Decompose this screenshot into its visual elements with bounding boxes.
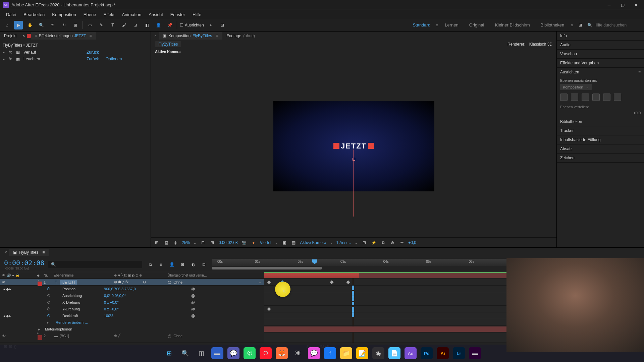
expand-icon[interactable]: ▸ bbox=[3, 50, 6, 55]
pixel-aspect-icon[interactable]: ⊡ bbox=[361, 240, 367, 245]
app-icon[interactable]: ⌘ bbox=[292, 347, 304, 359]
help-search[interactable]: 🔍 bbox=[587, 23, 641, 27]
search-icon[interactable]: 🔍 bbox=[179, 347, 191, 359]
eye-icon[interactable]: 👁 bbox=[2, 334, 6, 338]
effect-toggle-icon[interactable]: ▦ bbox=[16, 57, 21, 61]
windows-start-icon[interactable]: ⊞ bbox=[163, 347, 175, 359]
channel-icon[interactable]: ● bbox=[251, 240, 257, 245]
libraries-panel-header[interactable]: Bibliotheken bbox=[557, 117, 644, 126]
snap-option[interactable]: ⌖ bbox=[207, 21, 215, 29]
prop-value[interactable]: 0,0°,0,0°,0,0° bbox=[104, 294, 191, 298]
renderer-info[interactable]: Renderer: Klassisch 3D bbox=[505, 42, 552, 47]
expression-link-icon[interactable]: @ bbox=[191, 307, 198, 311]
flowchart-icon[interactable]: ⊛ bbox=[389, 240, 395, 245]
camera-dropdown-icon[interactable]: ⌄ bbox=[330, 240, 333, 245]
roi-icon[interactable]: ▣ bbox=[281, 240, 287, 245]
add-kf-icon[interactable]: ◆ bbox=[6, 287, 9, 291]
project-tab[interactable]: Projekt bbox=[0, 32, 20, 40]
expression-link-icon[interactable]: @ bbox=[191, 300, 198, 304]
switch-icon[interactable]: ⊛ bbox=[114, 334, 117, 338]
align-center-v-icon[interactable] bbox=[603, 94, 610, 101]
switch-icon[interactable]: ✱ bbox=[118, 280, 121, 284]
menu-hilfe[interactable]: Hilfe bbox=[189, 11, 205, 18]
effects-panel-header[interactable]: Effekte und Vorgaben bbox=[557, 59, 644, 67]
align-panel-header[interactable]: Ausrichten ≡ bbox=[557, 68, 644, 76]
layer-1[interactable]: 👁 ⌄ 1 T [JETZT] ⊛ ✱ ╱ fx ⊙ @ Ohne ⌄ bbox=[0, 279, 264, 286]
prop-value[interactable]: 0 x +0,0° bbox=[104, 300, 191, 304]
viewer-close-icon[interactable]: × bbox=[152, 34, 159, 38]
premiere-icon[interactable]: ▬ bbox=[469, 347, 481, 359]
menu-komposition[interactable]: Komposition bbox=[49, 11, 79, 18]
grid-toggle-icon[interactable]: ⊞ bbox=[209, 240, 215, 245]
transparency-icon[interactable]: ▦ bbox=[291, 240, 297, 245]
resolution-icon[interactable]: ⊡ bbox=[200, 240, 206, 245]
dropdown-icon[interactable]: ⌄ bbox=[258, 280, 261, 284]
pickwhip-icon[interactable]: @ bbox=[168, 280, 171, 284]
effect-reset-link[interactable]: Zurück bbox=[87, 57, 99, 61]
teams-icon[interactable]: 💬 bbox=[227, 347, 239, 359]
menu-datei[interactable]: Datei bbox=[3, 11, 19, 18]
frameblend-button[interactable]: ⊞ bbox=[178, 260, 186, 268]
fx-icon[interactable]: fx bbox=[9, 57, 13, 61]
layer-name[interactable]: [BG1] bbox=[60, 334, 69, 338]
nr-column-header[interactable]: Nr. bbox=[44, 274, 54, 277]
obs-icon[interactable]: ◉ bbox=[372, 347, 384, 359]
exposure-value[interactable]: +0,0 bbox=[408, 240, 416, 245]
align-center-h-icon[interactable] bbox=[571, 94, 578, 101]
motionblur-button[interactable]: ◐ bbox=[189, 260, 197, 268]
draft3d-button[interactable]: ⧈ bbox=[157, 260, 165, 268]
layer-name[interactable]: [JETZT] bbox=[60, 280, 77, 285]
effect-reset-link[interactable]: Zurück bbox=[87, 50, 99, 55]
pen-tool[interactable]: ✎ bbox=[97, 21, 106, 29]
rotate-tool[interactable]: ↻ bbox=[60, 21, 68, 29]
timeline-close-icon[interactable]: × bbox=[3, 250, 9, 255]
workspace-original[interactable]: Original bbox=[465, 21, 488, 29]
snapshot-icon[interactable]: 📷 bbox=[241, 240, 247, 245]
illustrator-icon[interactable]: Ai bbox=[437, 347, 449, 359]
workarea-bar[interactable] bbox=[212, 267, 322, 269]
fx-switch-icon[interactable]: fx bbox=[125, 280, 128, 284]
expression-link-icon[interactable]: @ bbox=[191, 294, 198, 298]
workspace-kleiner[interactable]: Kleiner Bildschirm bbox=[491, 21, 534, 29]
next-kf-icon[interactable]: ▸ bbox=[9, 287, 11, 291]
layer-color[interactable] bbox=[38, 335, 42, 340]
roto-tool[interactable]: 👤 bbox=[154, 21, 163, 29]
zoom-tool[interactable]: 🔍 bbox=[37, 21, 46, 29]
solo-column-icon[interactable]: ● bbox=[12, 274, 14, 277]
add-kf-icon[interactable]: ◆ bbox=[6, 314, 9, 318]
switch-icon[interactable]: ⊛ bbox=[114, 280, 117, 284]
maximize-button[interactable]: ▢ bbox=[620, 2, 625, 8]
effect-toggle-icon[interactable]: ▦ bbox=[16, 50, 21, 55]
zoom-value[interactable]: 25% bbox=[182, 240, 190, 245]
paragraph-panel-header[interactable]: Absatz bbox=[557, 144, 644, 153]
lightroom-icon[interactable]: Lr bbox=[453, 347, 465, 359]
timeline-search[interactable]: 🔍 bbox=[48, 261, 142, 268]
effect-options-link[interactable]: Optionen… bbox=[106, 57, 126, 61]
fast-preview-icon[interactable]: ⚡ bbox=[371, 240, 377, 245]
label-column-icon[interactable]: ◆ bbox=[37, 274, 44, 277]
alpha-icon[interactable]: ▧ bbox=[163, 240, 169, 245]
views-dropdown-icon[interactable]: ⌄ bbox=[355, 240, 358, 245]
parent-dropdown[interactable]: Ohne bbox=[173, 334, 182, 338]
3d-switch-icon[interactable]: ⊙ bbox=[143, 280, 146, 284]
comp-breadcrumb[interactable]: FlyByTitles bbox=[155, 41, 181, 47]
prop-value[interactable]: 960,6,706,3,7557,0 bbox=[104, 287, 191, 291]
stamp-tool[interactable]: ⊿ bbox=[131, 21, 140, 29]
menu-effekt[interactable]: Effekt bbox=[100, 11, 118, 18]
align-left-icon[interactable] bbox=[560, 94, 568, 101]
workspace-lernen[interactable]: Lernen bbox=[441, 21, 462, 29]
photoshop-icon[interactable]: Ps bbox=[421, 347, 433, 359]
whatsapp-icon[interactable]: ✆ bbox=[244, 347, 256, 359]
contentaware-panel-header[interactable]: Inhaltsbasierte Füllung bbox=[557, 135, 644, 144]
viewport[interactable]: JETZT bbox=[151, 55, 556, 237]
pickwhip-icon[interactable]: @ bbox=[168, 334, 171, 338]
prev-kf-icon[interactable]: ◂ bbox=[3, 287, 5, 291]
snap-checkbox[interactable]: ☐ Ausrichten bbox=[180, 23, 204, 27]
graph-button[interactable]: ⊡ bbox=[200, 260, 208, 268]
timeline-tab[interactable]: ▣ FlyByTitles ≡ bbox=[9, 249, 49, 256]
views-dropdown[interactable]: 1 Ansi… bbox=[336, 240, 352, 245]
stopwatch-icon[interactable]: ⏱ bbox=[47, 314, 52, 318]
messenger-icon[interactable]: 💬 bbox=[308, 347, 320, 359]
layer-2[interactable]: 👁 ▸ 2 ▬ [BG1] ⊛ ╱ @ Ohne bbox=[0, 333, 264, 339]
switch-icon[interactable]: ╱ bbox=[118, 334, 120, 338]
